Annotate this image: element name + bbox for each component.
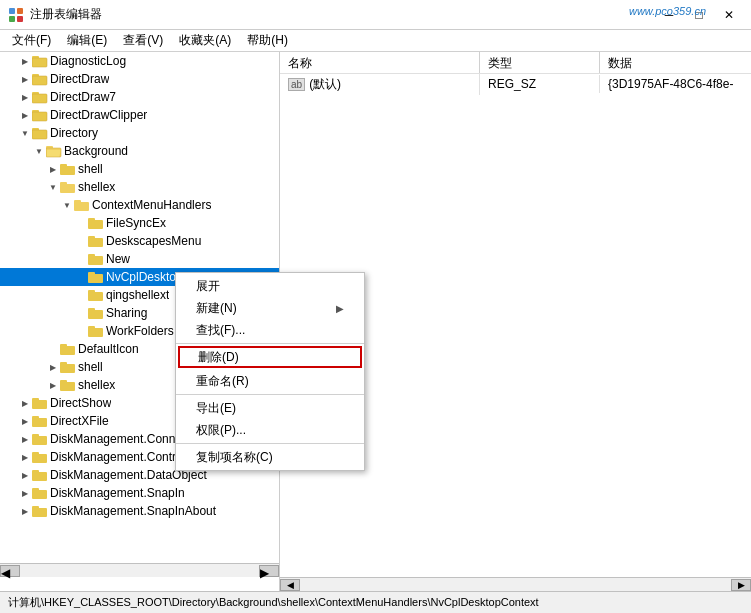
- right-hscrollbar[interactable]: ◀ ▶: [280, 577, 751, 591]
- list-item[interactable]: ▼ ContextMenuHandlers: [0, 196, 279, 214]
- folder-icon: [32, 468, 48, 482]
- expand-icon[interactable]: ▼: [60, 198, 74, 212]
- folder-icon: [88, 234, 104, 248]
- svg-rect-31: [88, 236, 95, 240]
- menu-file[interactable]: 文件(F): [4, 30, 59, 51]
- expand-icon[interactable]: ▶: [18, 450, 32, 464]
- folder-icon: [88, 288, 104, 302]
- expand-icon[interactable]: ▼: [46, 180, 60, 194]
- list-item[interactable]: ▶ FileSyncEx: [0, 214, 279, 232]
- ctx-permissions[interactable]: 权限(P)...: [176, 419, 364, 441]
- folder-open-icon: [46, 144, 62, 158]
- tree-item-label: Background: [64, 144, 128, 158]
- expand-icon[interactable]: ▶: [18, 432, 32, 446]
- svg-rect-35: [88, 272, 95, 276]
- tree-item-label: WorkFolders: [106, 324, 174, 338]
- expand-icon[interactable]: ▶: [46, 360, 60, 374]
- menu-favorites[interactable]: 收藏夹(A): [171, 30, 239, 51]
- ctx-separator3: [176, 443, 364, 444]
- close-button[interactable]: ✕: [715, 4, 743, 26]
- main-area: ▶ DiagnosticLog ▶ DirectDraw ▶ DirectDra…: [0, 52, 751, 591]
- list-item[interactable]: ▶ DiagnosticLog: [0, 52, 279, 70]
- svg-rect-1: [17, 8, 23, 14]
- folder-open-icon: [74, 198, 90, 212]
- tree-item-label: qingshellext: [106, 288, 169, 302]
- folder-icon: [32, 450, 48, 464]
- ctx-find[interactable]: 查找(F)...: [176, 319, 364, 341]
- tree-item-label: shell: [78, 162, 103, 176]
- svg-rect-27: [74, 200, 81, 204]
- list-item[interactable]: ▼ Directory: [0, 124, 279, 142]
- list-item[interactable]: ▶ DiskManagement.SnapIn: [0, 484, 279, 502]
- expand-icon[interactable]: ▶: [18, 396, 32, 410]
- list-item[interactable]: ▶ DeskscapesMenu: [0, 232, 279, 250]
- svg-rect-55: [32, 452, 39, 456]
- expand-icon[interactable]: ▶: [18, 414, 32, 428]
- list-item[interactable]: ▼ Background: [0, 142, 279, 160]
- list-item[interactable]: ▶ DirectDrawClipper: [0, 106, 279, 124]
- list-item[interactable]: ▼ shellex: [0, 178, 279, 196]
- watermark: www.pco359.cn: [629, 5, 706, 17]
- folder-icon: [88, 252, 104, 266]
- ctx-expand-label: 展开: [196, 278, 220, 295]
- table-row[interactable]: ab (默认) REG_SZ {3D1975AF-48C6-4f8e-: [280, 74, 751, 94]
- tree-hscrollbar[interactable]: ◀ ▶: [0, 563, 279, 577]
- menu-view[interactable]: 查看(V): [115, 30, 171, 51]
- ctx-delete[interactable]: 删除(D): [178, 346, 362, 368]
- ctx-rename-label: 重命名(R): [196, 373, 249, 390]
- tree-item-label: DiskManagement.SnapInAbout: [50, 504, 216, 518]
- tree-item-label: Sharing: [106, 306, 147, 320]
- tree-item-label: DiskManagement.Control: [50, 450, 185, 464]
- list-item[interactable]: ▶ New: [0, 250, 279, 268]
- svg-rect-23: [60, 164, 67, 168]
- ctx-new-label: 新建(N): [196, 300, 237, 317]
- ctx-copykey[interactable]: 复制项名称(C): [176, 446, 364, 468]
- tree-item-label: DirectDraw: [50, 72, 109, 86]
- expand-icon[interactable]: ▶: [18, 90, 32, 104]
- ctx-expand[interactable]: 展开: [176, 275, 364, 297]
- tree-item-label: shellex: [78, 180, 115, 194]
- scroll-right-btn2[interactable]: ▶: [731, 579, 751, 591]
- ctx-copykey-label: 复制项名称(C): [196, 449, 273, 466]
- folder-icon: [32, 504, 48, 518]
- expand-icon[interactable]: ▶: [18, 486, 32, 500]
- svg-rect-45: [60, 362, 67, 366]
- scroll-right-btn[interactable]: ▶: [259, 565, 279, 577]
- svg-rect-33: [88, 254, 95, 258]
- tree-item-label: DirectDrawClipper: [50, 108, 147, 122]
- list-item[interactable]: ▶ DiskManagement.SnapInAbout: [0, 502, 279, 520]
- folder-icon: [32, 432, 48, 446]
- row-type-cell: REG_SZ: [480, 75, 600, 93]
- expand-icon[interactable]: ▼: [18, 126, 32, 140]
- ctx-permissions-label: 权限(P)...: [196, 422, 246, 439]
- expand-icon[interactable]: ▶: [18, 72, 32, 86]
- status-bar: 计算机\HKEY_CLASSES_ROOT\Directory\Backgrou…: [0, 591, 751, 613]
- svg-rect-57: [32, 470, 39, 474]
- ctx-export[interactable]: 导出(E): [176, 397, 364, 419]
- list-item[interactable]: ▶ DirectDraw: [0, 70, 279, 88]
- expand-icon[interactable]: ▶: [18, 468, 32, 482]
- scroll-left-btn2[interactable]: ◀: [280, 579, 300, 591]
- menu-help[interactable]: 帮助(H): [239, 30, 296, 51]
- ctx-new[interactable]: 新建(N) ▶: [176, 297, 364, 319]
- tree-item-label: shellex: [78, 378, 115, 392]
- expand-icon[interactable]: ▶: [18, 54, 32, 68]
- menu-edit[interactable]: 编辑(E): [59, 30, 115, 51]
- expand-icon[interactable]: ▼: [32, 144, 46, 158]
- row-name-cell: ab (默认): [280, 74, 480, 95]
- ctx-rename[interactable]: 重命名(R): [176, 370, 364, 392]
- scroll-left-btn[interactable]: ◀: [0, 565, 20, 577]
- expand-icon[interactable]: ▶: [18, 504, 32, 518]
- title-bar: 注册表编辑器 www.pco359.cn ─ □ ✕: [0, 0, 751, 30]
- list-item[interactable]: ▶ DirectDraw7: [0, 88, 279, 106]
- expand-icon[interactable]: ▶: [46, 378, 60, 392]
- row-name: (默认): [309, 76, 341, 93]
- list-item[interactable]: ▶ shell: [0, 160, 279, 178]
- folder-icon: [32, 54, 48, 68]
- expand-icon[interactable]: ▶: [46, 162, 60, 176]
- expand-icon[interactable]: ▶: [18, 108, 32, 122]
- col-data-header: 数据: [600, 52, 751, 73]
- ctx-separator2: [176, 394, 364, 395]
- row-data-cell: {3D1975AF-48C6-4f8e-: [600, 75, 751, 93]
- svg-rect-43: [60, 344, 67, 348]
